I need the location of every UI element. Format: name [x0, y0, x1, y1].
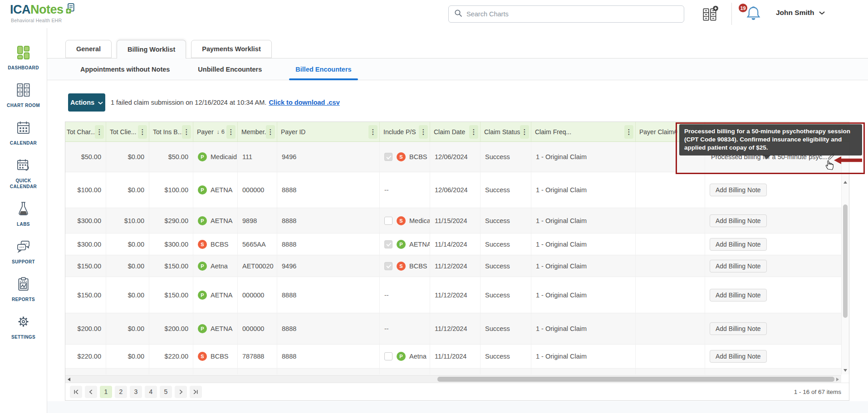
payer-secondary-badge: S [397, 262, 406, 271]
pager-page-2[interactable]: 2 [115, 386, 127, 398]
cell-claim-status: Success [481, 208, 531, 233]
add-billing-note-button[interactable]: Add Billing Note [710, 289, 767, 301]
include-checkbox[interactable] [384, 153, 392, 161]
column-menu-icon[interactable]: ⋮ [520, 125, 529, 139]
column-header-member[interactable]: Member... ⋮ [238, 122, 277, 141]
column-menu-icon[interactable]: ⋮ [182, 125, 191, 139]
column-menu-icon[interactable]: ⋮ [138, 125, 147, 139]
sidebar-item-chart-room[interactable]: CHART ROOM [0, 82, 47, 108]
column-menu-icon[interactable]: ⋮ [226, 125, 235, 139]
pager-page-3[interactable]: 3 [130, 386, 142, 398]
user-menu[interactable]: John Smith [776, 9, 825, 17]
table-row[interactable]: $150.00$0.00$150.00PAETNA0000008888--11/… [65, 277, 841, 313]
search-input[interactable] [466, 10, 678, 18]
tab-general[interactable]: General [65, 40, 112, 58]
column-menu-icon[interactable]: ⋮ [469, 125, 478, 139]
column-header-payer-id[interactable]: Payer ID ⋮ [277, 122, 380, 141]
include-checkbox[interactable] [384, 240, 392, 248]
table-row[interactable]: $100.00$0.00$100.00PAETNA0000008888--12/… [65, 172, 841, 208]
include-checkbox[interactable] [384, 217, 392, 225]
download-csv-link[interactable]: Click to download .csv [269, 99, 339, 106]
sidebar-item-support[interactable]: SUPPORT [0, 238, 47, 265]
sidebar-item-dashboard[interactable]: DASHBOARD [0, 44, 47, 71]
subtab-appointments-without-notes[interactable]: Appointments without Notes [79, 58, 171, 80]
include-checkbox[interactable] [384, 262, 392, 270]
cell-billing-note: Add Billing Note [705, 172, 841, 208]
column-header-tot-ins-b[interactable]: Tot Ins B... ⋮ [149, 122, 193, 141]
column-menu-icon[interactable]: ⋮ [419, 125, 428, 139]
pager-page-5[interactable]: 5 [160, 386, 172, 398]
payer-primary-badge: P [198, 152, 207, 161]
cell-tot_ins: $100.00 [149, 172, 193, 208]
payer-primary-badge: P [198, 262, 207, 271]
pager-previous-page[interactable] [85, 386, 97, 398]
horizontal-scrollbar-thumb[interactable] [437, 377, 834, 382]
notification-bell-icon[interactable]: 19 [745, 5, 762, 24]
column-header-claim-freq[interactable]: Claim Freq... ⋮ [531, 122, 636, 141]
cell-claim-frequency: 1 - Original Claim [531, 142, 636, 172]
pager-page-4[interactable]: 4 [145, 386, 157, 398]
vertical-scrollbar-thumb[interactable] [843, 204, 848, 318]
cell-billing-note: Add Billing Note [705, 313, 841, 344]
add-billing-note-button[interactable]: Add Billing Note [710, 238, 767, 251]
column-menu-icon[interactable]: ⋮ [266, 125, 275, 139]
column-menu-icon[interactable]: ⋮ [95, 125, 104, 139]
cell-claim-date: 11/11/2024 [430, 345, 481, 368]
cell-include-ps: -- [380, 172, 430, 208]
pager-first-page[interactable] [70, 386, 82, 398]
column-menu-icon[interactable]: ⋮ [368, 125, 378, 139]
column-header-payer[interactable]: Payer ↓ 6 ⋮ [193, 122, 238, 141]
column-header-claim-status[interactable]: Claim Status ⋮ [481, 122, 531, 141]
horizontal-scrollbar[interactable] [65, 375, 841, 383]
vertical-scrollbar[interactable] [841, 142, 849, 374]
cell-include-ps: PAetna [380, 345, 430, 368]
cell-claim-frequency: 1 - Original Claim [531, 255, 636, 277]
icanotes-logo[interactable]: ICANotes Behavioral Health EHR [10, 3, 77, 23]
cell-member-id: 000000 [238, 277, 277, 313]
sidebar-item-quick-calendar[interactable]: QUICK CALENDAR [0, 157, 47, 189]
tab-payments-worklist[interactable]: Payments Worklist [191, 40, 271, 58]
cell-claim-status: Success [481, 172, 531, 208]
cell-payer-claim-number [636, 172, 705, 208]
column-header-include-p-s[interactable]: Include P/S ⋮ [380, 122, 430, 141]
cell-tot_ins: $220.00 [149, 345, 193, 368]
include-checkbox[interactable] [384, 352, 392, 360]
pager-last-page[interactable] [190, 386, 202, 398]
scroll-up-arrow-icon[interactable] [843, 181, 847, 184]
billed-encounters-grid: Tot Char... ⋮ Tot Clie... ⋮ Tot Ins B...… [65, 121, 849, 401]
add-billing-note-button[interactable]: Add Billing Note [710, 322, 767, 335]
sidebar-item-settings[interactable]: SETTINGS [0, 314, 47, 340]
column-header-claim-date[interactable]: Claim Date ⋮ [430, 122, 481, 141]
table-row[interactable]: $220.00$0.00$220.00SBCBS7878888888 PAetn… [65, 345, 841, 369]
scroll-down-arrow-icon[interactable] [843, 369, 847, 372]
column-header-tot-clie[interactable]: Tot Clie... ⋮ [106, 122, 149, 141]
add-billing-note-button[interactable]: Add Billing Note [710, 184, 767, 196]
table-row[interactable]: $200.00$0.00$200.00PAETNA0000008888--11/… [65, 313, 841, 345]
cell-claim-status: Success [481, 142, 531, 172]
pager-page-1[interactable]: 1 [100, 386, 112, 398]
subtab-unbilled-encounters[interactable]: Unbilled Encounters [197, 58, 263, 80]
scroll-right-arrow-icon[interactable] [836, 378, 839, 381]
cell-payer-id: 9496 [277, 255, 380, 277]
cell-payer-claim-number [636, 313, 705, 344]
table-row[interactable]: $300.00$10.00$290.00PAETNA98988888 SMedi… [65, 208, 841, 233]
chevron-down-icon [819, 9, 825, 17]
add-billing-note-button[interactable]: Add Billing Note [710, 350, 767, 363]
table-row[interactable]: $150.00$0.00$150.00PAetnaAET000209496 SB… [65, 255, 841, 277]
add-billing-note-button[interactable]: Add Billing Note [710, 260, 767, 272]
sidebar-item-calendar[interactable]: CALENDAR [0, 120, 47, 146]
chart-cabinet-add-icon[interactable] [701, 5, 719, 25]
add-billing-note-button[interactable]: Add Billing Note [710, 214, 767, 227]
tab-billing-worklist[interactable]: Billing Worklist [117, 40, 186, 58]
table-row[interactable]: $300.00$0.00$300.00SBCBS5665AA8888 PAETN… [65, 233, 841, 255]
pager-next-page[interactable] [175, 386, 187, 398]
column-menu-icon[interactable]: ⋮ [624, 125, 633, 139]
settings-gear-icon [15, 314, 31, 331]
sidebar-item-reports[interactable]: REPORTS [0, 276, 47, 302]
actions-button[interactable]: Actions [68, 93, 105, 112]
subtab-billed-encounters[interactable]: Billed Encounters [289, 58, 358, 80]
column-header-tot-char[interactable]: Tot Char... ⋮ [65, 122, 106, 141]
payer-secondary-badge: S [397, 216, 406, 225]
scroll-left-arrow-icon[interactable] [68, 378, 70, 381]
sidebar-item-labs[interactable]: LABS [0, 201, 47, 227]
